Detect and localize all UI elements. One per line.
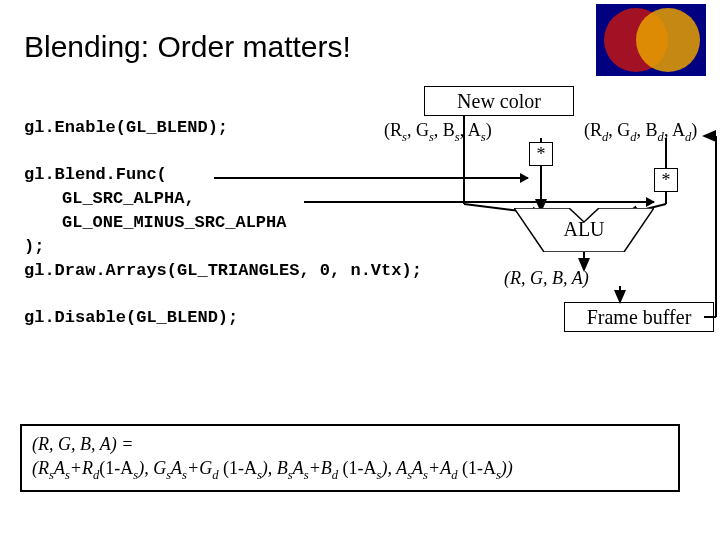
newcolor-box: New color [424, 86, 574, 116]
header-venn-figure [596, 4, 706, 76]
code-line-close-paren: ); [24, 237, 44, 256]
multiply-src-box: * [529, 142, 553, 166]
code-line-disable: gl.Disable(GL_BLEND); [24, 308, 238, 327]
code-line-src-alpha: GL_SRC_ALPHA, [62, 189, 195, 208]
code-block: gl.Enable(GL_BLEND); gl.Blend.Func( GL_S… [24, 92, 422, 354]
code-line-enable: gl.Enable(GL_BLEND); [24, 118, 228, 137]
code-line-drawarrays: gl.Draw.Arrays(GL_TRIANGLES, 0, n.Vtx); [24, 261, 422, 280]
alu-node: ALU [514, 208, 654, 252]
multiply-dst-box: * [654, 168, 678, 192]
code-line-one-minus: GL_ONE_MINUS_SRC_ALPHA [62, 213, 286, 232]
blend-diagram: New color (Rs, Gs, Bs, As) (Rd, Gd, Bd, … [394, 86, 720, 346]
equation-lhs: (R, G, B, A) = [32, 432, 668, 456]
equation-rhs: (RsAs+Rd(1-As), GsAs+Gd (1-As), BsAs+Bd … [32, 456, 668, 484]
framebuffer-box: Frame buffer [564, 302, 714, 332]
rgba-dest-label: (Rd, Gd, Bd, Ad) [584, 120, 697, 145]
rgba-output-label: (R, G, B, A) [504, 268, 589, 289]
rgba-source-label: (Rs, Gs, Bs, As) [384, 120, 492, 145]
equation-box: (R, G, B, A) = (RsAs+Rd(1-As), GsAs+Gd (… [20, 424, 680, 492]
figure-circle-yellow [636, 8, 700, 72]
code-line-blendfunc-open: gl.Blend.Func( [24, 165, 167, 184]
